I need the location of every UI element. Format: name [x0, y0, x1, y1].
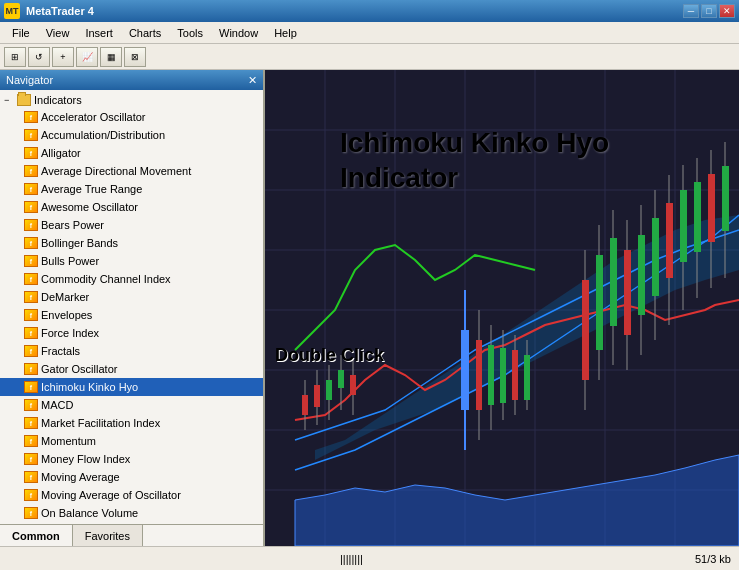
expand-icon: −	[4, 95, 14, 105]
nav-item-7[interactable]: fBollinger Bands	[0, 234, 263, 252]
status-bars-indicator: ||||||||	[340, 553, 363, 565]
svg-rect-24	[350, 375, 356, 395]
svg-rect-44	[624, 250, 631, 335]
toolbar: ⊞ ↺ + 📈 ▦ ⊠	[0, 44, 739, 70]
svg-rect-48	[652, 218, 659, 296]
menu-tools[interactable]: Tools	[169, 25, 211, 41]
indicator-icon: f	[24, 381, 38, 393]
navigator-panel: Navigator ✕ − Indicators fAccelerator Os…	[0, 70, 265, 546]
indicator-label: MACD	[41, 399, 73, 411]
tab-favorites[interactable]: Favorites	[73, 525, 143, 546]
indicator-icon: f	[24, 309, 38, 321]
indicator-icon: f	[24, 471, 38, 483]
nav-item-12[interactable]: fForce Index	[0, 324, 263, 342]
indicator-icon: f	[24, 489, 38, 501]
nav-item-3[interactable]: fAverage Directional Movement	[0, 162, 263, 180]
indicator-icon: f	[24, 363, 38, 375]
ichimoku-label-line1: Ichimoku Kinko Hyo	[340, 125, 609, 160]
toolbar-btn-1[interactable]: ⊞	[4, 47, 26, 67]
menu-charts[interactable]: Charts	[121, 25, 169, 41]
toolbar-btn-2[interactable]: ↺	[28, 47, 50, 67]
nav-item-5[interactable]: fAwesome Oscillator	[0, 198, 263, 216]
svg-rect-32	[500, 348, 506, 403]
nav-item-19[interactable]: fMoney Flow Index	[0, 450, 263, 468]
nav-item-8[interactable]: fBulls Power	[0, 252, 263, 270]
minimize-button[interactable]: ─	[683, 4, 699, 18]
close-button[interactable]: ✕	[719, 4, 735, 18]
indicator-label: On Balance Volume	[41, 507, 138, 519]
nav-item-6[interactable]: fBears Power	[0, 216, 263, 234]
toolbar-btn-6[interactable]: ⊠	[124, 47, 146, 67]
menu-help[interactable]: Help	[266, 25, 305, 41]
nav-item-1[interactable]: fAccumulation/Distribution	[0, 126, 263, 144]
svg-rect-34	[512, 350, 518, 400]
title-bar: MT MetaTrader 4 ─ □ ✕	[0, 0, 739, 22]
nav-item-21[interactable]: fMoving Average of Oscillator	[0, 486, 263, 504]
svg-rect-22	[338, 370, 344, 388]
status-bar: |||||||| 51/3 kb	[0, 546, 739, 570]
ichimoku-label-line2: Indicator	[340, 160, 609, 195]
nav-item-0[interactable]: fAccelerator Oscillator	[0, 108, 263, 126]
title-bar-left: MT MetaTrader 4	[4, 3, 94, 19]
nav-item-20[interactable]: fMoving Average	[0, 468, 263, 486]
main-content: Navigator ✕ − Indicators fAccelerator Os…	[0, 70, 739, 546]
navigator-close-button[interactable]: ✕	[248, 74, 257, 87]
navigator-header: Navigator ✕	[0, 70, 263, 90]
indicator-icon: f	[24, 129, 38, 141]
nav-item-17[interactable]: fMarket Facilitation Index	[0, 414, 263, 432]
nav-item-11[interactable]: fEnvelopes	[0, 306, 263, 324]
chart-area[interactable]: Double Click Ichimoku Kinko Hyo Indicato…	[265, 70, 739, 546]
navigator-title: Navigator	[6, 74, 53, 86]
toolbar-btn-3[interactable]: +	[52, 47, 74, 67]
indicator-icon: f	[24, 183, 38, 195]
nav-item-14[interactable]: fGator Oscillator	[0, 360, 263, 378]
title-bar-controls: ─ □ ✕	[683, 4, 735, 18]
indicator-icon: f	[24, 273, 38, 285]
menu-file[interactable]: File	[4, 25, 38, 41]
status-info: 51/3 kb	[695, 553, 731, 565]
indicator-label: Average Directional Movement	[41, 165, 191, 177]
svg-rect-20	[326, 380, 332, 400]
tree-root-indicators[interactable]: − Indicators	[0, 92, 263, 108]
svg-rect-58	[722, 166, 729, 231]
svg-rect-52	[680, 190, 687, 262]
nav-item-9[interactable]: fCommodity Channel Index	[0, 270, 263, 288]
indicator-icon: f	[24, 291, 38, 303]
indicator-icon: f	[24, 507, 38, 519]
indicator-icon: f	[24, 219, 38, 231]
menu-view[interactable]: View	[38, 25, 78, 41]
indicator-label: Bollinger Bands	[41, 237, 118, 249]
indicator-label: Gator Oscillator	[41, 363, 117, 375]
menu-window[interactable]: Window	[211, 25, 266, 41]
indicator-label: Fractals	[41, 345, 80, 357]
nav-item-2[interactable]: fAlligator	[0, 144, 263, 162]
nav-item-4[interactable]: fAverage True Range	[0, 180, 263, 198]
tab-common[interactable]: Common	[0, 525, 73, 546]
nav-tree[interactable]: − Indicators fAccelerator OscillatorfAcc…	[0, 90, 263, 524]
double-click-label: Double Click	[275, 345, 384, 366]
indicator-label: Awesome Oscillator	[41, 201, 138, 213]
svg-rect-40	[596, 255, 603, 350]
title-bar-title: MetaTrader 4	[26, 5, 94, 17]
indicator-label: Envelopes	[41, 309, 92, 321]
svg-rect-46	[638, 235, 645, 315]
nav-item-10[interactable]: fDeMarker	[0, 288, 263, 306]
toolbar-btn-5[interactable]: ▦	[100, 47, 122, 67]
nav-item-13[interactable]: fFractals	[0, 342, 263, 360]
nav-item-16[interactable]: fMACD	[0, 396, 263, 414]
nav-item-22[interactable]: fOn Balance Volume	[0, 504, 263, 522]
nav-tree-content: − Indicators fAccelerator OscillatorfAcc…	[0, 90, 263, 524]
indicator-label: Momentum	[41, 435, 96, 447]
indicator-icon: f	[24, 165, 38, 177]
indicator-icon: f	[24, 345, 38, 357]
folder-icon	[17, 94, 31, 106]
nav-item-18[interactable]: fMomentum	[0, 432, 263, 450]
indicator-icon: f	[24, 399, 38, 411]
indicator-icon: f	[24, 111, 38, 123]
indicator-icon: f	[24, 417, 38, 429]
maximize-button[interactable]: □	[701, 4, 717, 18]
indicator-label: Accumulation/Distribution	[41, 129, 165, 141]
nav-item-15[interactable]: fIchimoku Kinko Hyo	[0, 378, 263, 396]
toolbar-btn-4[interactable]: 📈	[76, 47, 98, 67]
menu-insert[interactable]: Insert	[77, 25, 121, 41]
